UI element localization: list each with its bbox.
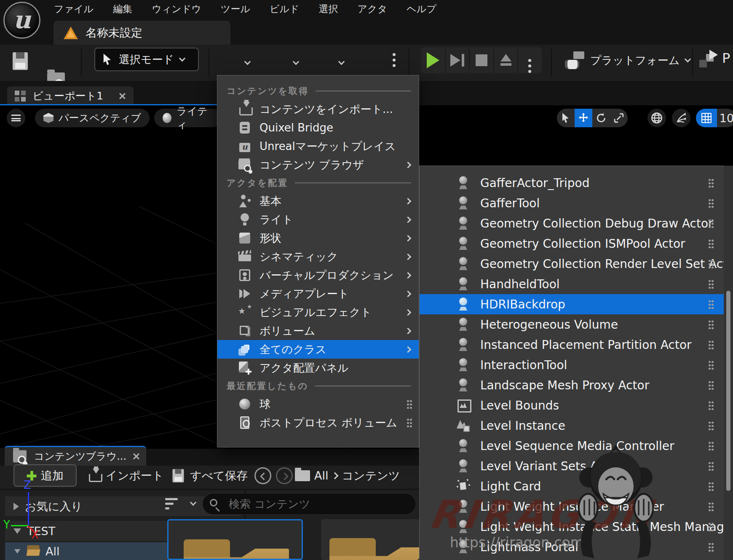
- move-tool-button[interactable]: [575, 109, 592, 127]
- menubar-item[interactable]: ツール: [221, 3, 250, 16]
- level-tab[interactable]: 名称未設定: [54, 21, 230, 45]
- drag-grip-icon[interactable]: [708, 360, 714, 370]
- select-mode-dropdown[interactable]: 選択モード: [94, 48, 199, 71]
- drag-grip-icon[interactable]: [407, 418, 412, 427]
- actor-class-item[interactable]: GafferActor_Tripod: [420, 173, 733, 193]
- drag-grip-icon[interactable]: [708, 259, 714, 268]
- eject-button[interactable]: [494, 47, 519, 73]
- actor-class-item[interactable]: Instanced Placement Partition Actor: [420, 335, 733, 355]
- menu-item[interactable]: 球: [217, 395, 419, 413]
- menubar-item[interactable]: ファイル: [54, 3, 94, 16]
- content-browser-tab[interactable]: コンテンツブラウ...: [5, 446, 146, 466]
- menu-item[interactable]: アクタ配置パネル: [217, 359, 419, 377]
- actor-class-item[interactable]: Geometry Collection Debug Draw Actor: [420, 213, 733, 233]
- actor-class-item[interactable]: Level Variant Sets Actor: [420, 456, 733, 476]
- actor-class-item[interactable]: Heterogeneous Volume: [420, 314, 733, 335]
- drag-grip-icon[interactable]: [708, 178, 714, 188]
- menu-item[interactable]: Unrealマーケットプレイス: [217, 137, 419, 155]
- drag-grip-icon[interactable]: [708, 502, 714, 511]
- launch-button[interactable]: P: [699, 49, 730, 67]
- stop-button[interactable]: [470, 47, 494, 73]
- menu-item[interactable]: コンテンツ ブラウザ: [217, 155, 419, 174]
- menu-item[interactable]: コンテンツをインポート...: [217, 100, 419, 118]
- import-button[interactable]: インポート: [87, 464, 164, 487]
- search-input[interactable]: [202, 493, 416, 515]
- menu-item[interactable]: ビジュアルエフェクト: [217, 303, 419, 322]
- viewport-tab[interactable]: ビューポート1: [7, 86, 134, 105]
- select-tool-button[interactable]: [557, 109, 575, 127]
- menu-item[interactable]: 形状: [217, 229, 419, 247]
- drag-grip-icon[interactable]: [708, 441, 714, 450]
- save-all-button[interactable]: すべて保存: [171, 464, 248, 487]
- actor-class-item[interactable]: GafferTool: [420, 193, 733, 213]
- actor-class-item[interactable]: InteractionTool: [420, 355, 733, 375]
- expanded-arrow-icon[interactable]: [14, 549, 20, 553]
- drag-grip-icon[interactable]: [407, 399, 412, 409]
- close-icon[interactable]: [132, 453, 139, 460]
- platform-dropdown[interactable]: プラットフォーム: [565, 47, 690, 73]
- close-icon[interactable]: [118, 92, 126, 100]
- menubar-item[interactable]: ヘルプ: [407, 3, 436, 16]
- actor-class-item[interactable]: Level Bounds: [420, 395, 733, 415]
- play-button[interactable]: [421, 47, 446, 73]
- actor-class-item[interactable]: Landscape Mesh Proxy Actor: [420, 375, 733, 395]
- drag-grip-icon[interactable]: [708, 421, 714, 430]
- breadcrumb-root[interactable]: All: [314, 469, 328, 482]
- play-options-button[interactable]: [518, 47, 542, 73]
- grid-snap-toggle[interactable]: [696, 109, 717, 127]
- drag-grip-icon[interactable]: [708, 300, 714, 309]
- drag-grip-icon[interactable]: [708, 239, 714, 248]
- save-level-icon[interactable]: [13, 52, 28, 70]
- grid-snap-size[interactable]: 10: [717, 109, 733, 127]
- drag-grip-icon[interactable]: [708, 522, 714, 531]
- view-mode-dropdown[interactable]: ライティ: [154, 109, 222, 127]
- drag-grip-icon[interactable]: [708, 482, 714, 491]
- scale-tool-button[interactable]: [610, 109, 628, 127]
- menubar-item[interactable]: ウィンドウ: [152, 3, 201, 16]
- drag-grip-icon[interactable]: [708, 279, 714, 289]
- menu-item[interactable]: 全てのクラス: [217, 340, 419, 359]
- drag-grip-icon[interactable]: [708, 340, 714, 349]
- unreal-logo[interactable]: [3, 2, 40, 39]
- rotate-tool-button[interactable]: [592, 109, 610, 127]
- menu-item[interactable]: バーチャルプロダクション: [217, 266, 419, 284]
- nav-forward-button[interactable]: [276, 464, 293, 487]
- breadcrumb-current[interactable]: コンテンツ: [342, 468, 400, 483]
- x-axis-label: X: [31, 528, 39, 541]
- nav-back-button[interactable]: [254, 464, 271, 487]
- drag-grip-icon[interactable]: [708, 198, 714, 208]
- menu-item[interactable]: メディアプレート: [217, 284, 419, 303]
- actor-class-item[interactable]: Level Instance: [420, 415, 733, 436]
- snap-settings-button[interactable]: [672, 109, 690, 127]
- submenu-scrollbar-thumb[interactable]: [726, 291, 730, 491]
- drag-grip-icon[interactable]: [708, 320, 714, 329]
- menu-item[interactable]: ライト: [217, 210, 419, 229]
- menu-item[interactable]: シネマティック: [217, 247, 419, 266]
- menu-item[interactable]: Quixel Bridge: [217, 118, 419, 137]
- viewport-options-button[interactable]: [7, 109, 25, 127]
- folder-tile-selected[interactable]: [167, 519, 303, 560]
- menu-item[interactable]: 基本: [217, 192, 419, 210]
- menubar-item[interactable]: ビルド: [270, 3, 300, 16]
- menubar-item[interactable]: 編集: [113, 3, 132, 16]
- actor-class-item[interactable]: Geometry Collection ISMPool Actor: [420, 233, 733, 254]
- drag-grip-icon[interactable]: [708, 542, 714, 552]
- world-space-button[interactable]: [647, 109, 666, 127]
- drag-grip-icon[interactable]: [708, 219, 714, 228]
- menu-item[interactable]: ポストプロセス ボリューム: [217, 413, 419, 432]
- drag-grip-icon[interactable]: [708, 461, 714, 471]
- perspective-dropdown[interactable]: パースペクティブ: [35, 109, 150, 127]
- drag-grip-icon[interactable]: [708, 401, 714, 410]
- actor-class-item[interactable]: HandheldTool: [420, 274, 733, 294]
- actor-class-item[interactable]: Geometry Collection Render Level Set Act…: [420, 254, 733, 274]
- actor-class-item[interactable]: Level Sequence Media Controller: [420, 436, 733, 456]
- menubar-item[interactable]: アクタ: [358, 3, 388, 16]
- actor-class-item[interactable]: HDRIBackdrop: [420, 294, 733, 314]
- filter-button[interactable]: [165, 498, 195, 515]
- drag-grip-icon[interactable]: [708, 380, 714, 390]
- frame-skip-button[interactable]: [446, 47, 470, 73]
- folder-tile[interactable]: [321, 519, 419, 560]
- menu-item[interactable]: ボリューム: [217, 322, 419, 340]
- menubar-item[interactable]: 選択: [319, 3, 338, 16]
- toolbar-overflow-icon[interactable]: [393, 53, 396, 56]
